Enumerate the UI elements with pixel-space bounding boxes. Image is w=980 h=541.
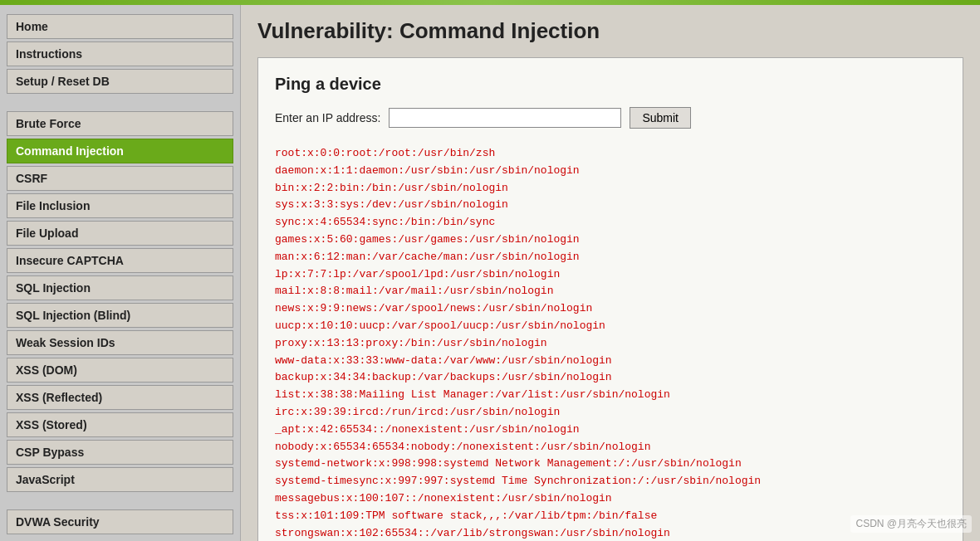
sidebar-divider-2 xyxy=(0,499,240,507)
content-box: Ping a device Enter an IP address: Submi… xyxy=(257,57,963,541)
section-title: Ping a device xyxy=(275,75,946,94)
output-line: www-data:x:33:33:www-data:/var/www:/usr/… xyxy=(275,353,946,370)
sidebar-item-file-upload[interactable]: File Upload xyxy=(7,221,233,246)
output-line: mail:x:8:8:mail:/var/mail:/usr/sbin/nolo… xyxy=(275,283,946,300)
sidebar-item-csp-bypass[interactable]: CSP Bypass xyxy=(7,440,233,465)
sidebar-item-sql-injection[interactable]: SQL Injection xyxy=(7,275,233,300)
output-line: lp:x:7:7:lp:/var/spool/lpd:/usr/sbin/nol… xyxy=(275,266,946,284)
output-line: nobody:x:65534:65534:nobody:/nonexistent… xyxy=(275,439,946,456)
output-line: _apt:x:42:65534::/nonexistent:/usr/sbin/… xyxy=(275,422,946,439)
output-line: sync:x:4:65534:sync:/bin:/bin/sync xyxy=(275,214,946,232)
output-line: daemon:x:1:1:daemon:/usr/sbin:/usr/sbin/… xyxy=(275,163,946,180)
layout: HomeInstructionsSetup / Reset DB Brute F… xyxy=(0,5,980,541)
sidebar-item-sql-injection-blind[interactable]: SQL Injection (Blind) xyxy=(7,303,233,328)
sidebar-item-instructions[interactable]: Instructions xyxy=(7,41,233,66)
sidebar-item-file-inclusion[interactable]: File Inclusion xyxy=(7,193,233,218)
output-line: irc:x:39:39:ircd:/run/ircd:/usr/sbin/nol… xyxy=(275,404,946,422)
output-line: systemd-timesync:x:997:997:systemd Time … xyxy=(275,473,946,490)
output-line: root:x:0:0:root:/root:/usr/bin/zsh xyxy=(275,145,946,163)
sidebar-divider-1 xyxy=(0,100,240,109)
sidebar-vuln-section: Brute ForceCommand InjectionCSRFFile Inc… xyxy=(0,111,240,492)
output-line: proxy:x:13:13:proxy:/bin:/usr/sbin/nolog… xyxy=(275,335,946,353)
ip-input[interactable] xyxy=(389,108,621,128)
sidebar-bottom-section: DVWA Security xyxy=(0,509,240,534)
watermark: CSDN @月亮今天也很亮 xyxy=(850,515,972,533)
submit-button[interactable]: Submit xyxy=(630,107,691,129)
output-line: list:x:38:38:Mailing List Manager:/var/l… xyxy=(275,387,946,404)
sidebar-item-dvwa-security[interactable]: DVWA Security xyxy=(7,509,233,534)
output-line: backup:x:34:34:backup:/var/backups:/usr/… xyxy=(275,369,946,387)
output-line: games:x:5:60:games:/usr/games:/usr/sbin/… xyxy=(275,232,946,249)
sidebar-item-csrf[interactable]: CSRF xyxy=(7,166,233,191)
sidebar-item-insecure-captcha[interactable]: Insecure CAPTCHA xyxy=(7,248,233,273)
sidebar-item-weak-session-ids[interactable]: Weak Session IDs xyxy=(7,330,233,355)
main-content: Vulnerability: Command Injection Ping a … xyxy=(241,5,980,541)
output-line: strongswan:x:102:65534::/var/lib/strongs… xyxy=(275,525,946,541)
sidebar-item-brute-force[interactable]: Brute Force xyxy=(7,111,233,136)
sidebar-item-home[interactable]: Home xyxy=(7,14,233,39)
sidebar-top-section: HomeInstructionsSetup / Reset DB xyxy=(0,14,240,94)
output-line: news:x:9:9:news:/var/spool/news:/usr/sbi… xyxy=(275,300,946,318)
output-line: tss:x:101:109:TPM software stack,,,:/var… xyxy=(275,508,946,525)
input-label: Enter an IP address: xyxy=(275,111,380,124)
output-line: sys:x:3:3:sys:/dev:/usr/sbin/nologin xyxy=(275,197,946,214)
sidebar-item-xss-reflected[interactable]: XSS (Reflected) xyxy=(7,385,233,410)
sidebar: HomeInstructionsSetup / Reset DB Brute F… xyxy=(0,5,241,541)
sidebar-item-xss-dom[interactable]: XSS (DOM) xyxy=(7,358,233,383)
output-line: bin:x:2:2:bin:/bin:/usr/sbin/nologin xyxy=(275,180,946,197)
sidebar-item-command-injection[interactable]: Command Injection xyxy=(7,139,233,163)
sidebar-item-setup[interactable]: Setup / Reset DB xyxy=(7,69,233,94)
input-row: Enter an IP address: Submit xyxy=(275,107,946,129)
output-line: messagebus:x:100:107::/nonexistent:/usr/… xyxy=(275,490,946,508)
output-text: root:x:0:0:root:/root:/usr/bin/zshdaemon… xyxy=(275,145,946,541)
page-title: Vulnerability: Command Injection xyxy=(257,18,963,44)
sidebar-item-javascript[interactable]: JavaScript xyxy=(7,467,233,492)
output-line: uucp:x:10:10:uucp:/var/spool/uucp:/usr/s… xyxy=(275,318,946,335)
output-line: man:x:6:12:man:/var/cache/man:/usr/sbin/… xyxy=(275,249,946,266)
sidebar-item-xss-stored[interactable]: XSS (Stored) xyxy=(7,412,233,437)
output-line: systemd-network:x:998:998:systemd Networ… xyxy=(275,456,946,473)
